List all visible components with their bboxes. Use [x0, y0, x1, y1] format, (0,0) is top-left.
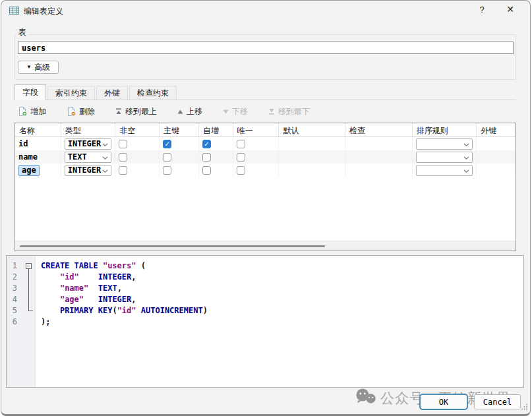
column-header-auto-increment[interactable]: 自增: [199, 123, 233, 136]
advanced-button-label: 高级: [34, 62, 50, 73]
default-value-cell[interactable]: [279, 164, 345, 177]
add-row-icon: [17, 106, 28, 117]
column-header-type[interactable]: 类型: [61, 123, 116, 136]
auto-increment-checkbox[interactable]: [202, 166, 211, 175]
primary-key-cell: ✓: [160, 137, 199, 150]
field-name-cell[interactable]: age: [15, 164, 61, 177]
field-row: nameTEXT: [15, 150, 516, 164]
check-value-cell[interactable]: [345, 137, 413, 150]
tab-fields[interactable]: 字段: [15, 84, 46, 100]
sql-token: ,: [117, 284, 122, 293]
default-value-cell[interactable]: [279, 137, 345, 150]
line-number: 1: [7, 260, 21, 272]
add-field-button[interactable]: 增加: [17, 106, 46, 117]
collation-cell: [413, 150, 477, 164]
help-button[interactable]: ?: [475, 5, 489, 16]
field-name-editor[interactable]: age: [18, 165, 40, 176]
scrollbar-thumb[interactable]: [20, 245, 325, 247]
move-top-icon: [115, 107, 123, 115]
not-null-cell: [115, 164, 160, 177]
sql-token: "id": [117, 306, 136, 315]
column-header-primary-key[interactable]: 主键: [160, 123, 199, 136]
auto-increment-checkbox[interactable]: [202, 153, 211, 162]
column-header-name[interactable]: 名称: [15, 123, 61, 136]
field-type-cell: INTEGER: [61, 137, 116, 150]
field-name-cell[interactable]: name: [15, 150, 61, 164]
sql-token: [41, 284, 60, 293]
fold-collapse-icon[interactable]: [26, 263, 32, 269]
line-number: 5: [7, 305, 21, 316]
sql-preview: 1CREATE TABLE "users" (2 "id" INTEGER,3 …: [6, 255, 524, 388]
move-up-button[interactable]: 上移: [177, 106, 202, 117]
advanced-button[interactable]: ▼ 高级: [18, 61, 59, 74]
ok-button[interactable]: OK: [419, 394, 468, 410]
sql-token: [41, 272, 60, 282]
collation-select[interactable]: [416, 152, 473, 163]
column-header-not-null[interactable]: 非空: [115, 123, 160, 136]
sql-code-line: "id" INTEGER,: [37, 272, 136, 283]
column-header-collation[interactable]: 排序规则: [413, 123, 477, 136]
column-header-foreign-key[interactable]: 外键: [477, 123, 516, 136]
foreign-key-cell[interactable]: [477, 137, 516, 150]
field-row: idINTEGER✓✓: [15, 137, 516, 150]
horizontal-scrollbar[interactable]: [15, 241, 516, 251]
collation-select[interactable]: [416, 138, 473, 150]
not-null-cell: [115, 137, 160, 150]
move-down-button: 下移: [222, 106, 248, 117]
tab-foreign-keys[interactable]: 外键: [96, 86, 128, 100]
field-name: name: [18, 152, 38, 162]
column-header-unique[interactable]: 唯一: [233, 123, 280, 136]
not-null-checkbox[interactable]: [119, 153, 127, 162]
type-select[interactable]: INTEGER: [65, 138, 112, 150]
collation-select[interactable]: [416, 165, 473, 176]
not-null-cell: [115, 150, 160, 164]
auto-increment-cell: [199, 164, 233, 177]
type-select[interactable]: TEXT: [65, 152, 112, 163]
fields-toolbar: 增加删除移到最上上移下移移到最下: [17, 104, 310, 119]
move-to-top-button[interactable]: 移到最上: [115, 106, 157, 117]
type-select[interactable]: INTEGER: [65, 165, 112, 176]
tab-bar: 字段索引约束外键检查约束: [15, 85, 516, 100]
primary-key-cell: [160, 150, 199, 164]
resize-grip-icon[interactable]: [521, 401, 528, 413]
sql-token: ,: [131, 272, 136, 282]
foreign-key-cell[interactable]: [477, 150, 516, 164]
primary-key-checkbox[interactable]: ✓: [163, 140, 171, 148]
primary-key-checkbox[interactable]: [163, 166, 171, 175]
sql-line: 1CREATE TABLE "users" (: [7, 260, 523, 272]
sql-token: (: [136, 261, 146, 270]
cancel-button[interactable]: Cancel: [474, 394, 521, 409]
column-header-check[interactable]: 检查: [345, 123, 413, 136]
not-null-checkbox[interactable]: [119, 166, 127, 175]
remove-field-button[interactable]: 删除: [66, 106, 95, 117]
sql-line: 2 "id" INTEGER,: [7, 272, 523, 283]
not-null-checkbox[interactable]: [119, 140, 127, 148]
table-name-input[interactable]: [18, 42, 514, 54]
auto-increment-checkbox[interactable]: ✓: [202, 140, 211, 148]
move-up-icon: [177, 108, 184, 115]
chevron-down-icon: [102, 138, 108, 150]
sql-code-line: PRIMARY KEY("id" AUTOINCREMENT): [37, 305, 208, 316]
sql-token: CREATE TABLE: [41, 261, 103, 270]
unique-checkbox[interactable]: [237, 140, 245, 148]
sql-token: [88, 284, 98, 293]
foreign-key-cell[interactable]: [477, 164, 516, 177]
column-header-default[interactable]: 默认: [279, 123, 345, 136]
check-value-cell[interactable]: [345, 164, 413, 177]
sql-line: 6);: [7, 316, 523, 328]
unique-cell: [233, 150, 280, 164]
tab-check-constraints[interactable]: 检查约束: [129, 86, 177, 100]
primary-key-checkbox[interactable]: [163, 153, 171, 162]
close-button[interactable]: ✕: [502, 4, 518, 16]
unique-checkbox[interactable]: [237, 166, 245, 175]
field-name-cell[interactable]: id: [15, 137, 61, 150]
move-down-icon: [222, 108, 229, 115]
check-value-cell[interactable]: [345, 150, 413, 164]
title-bar: 编辑表定义 ? ✕: [1, 1, 530, 20]
chevron-down-icon: [463, 164, 469, 176]
sql-code-line: CREATE TABLE "users" (: [37, 260, 146, 272]
default-value-cell[interactable]: [279, 150, 345, 164]
unique-checkbox[interactable]: [237, 153, 245, 162]
tab-indexes[interactable]: 索引约束: [47, 86, 95, 100]
chevron-down-icon: [102, 164, 108, 176]
